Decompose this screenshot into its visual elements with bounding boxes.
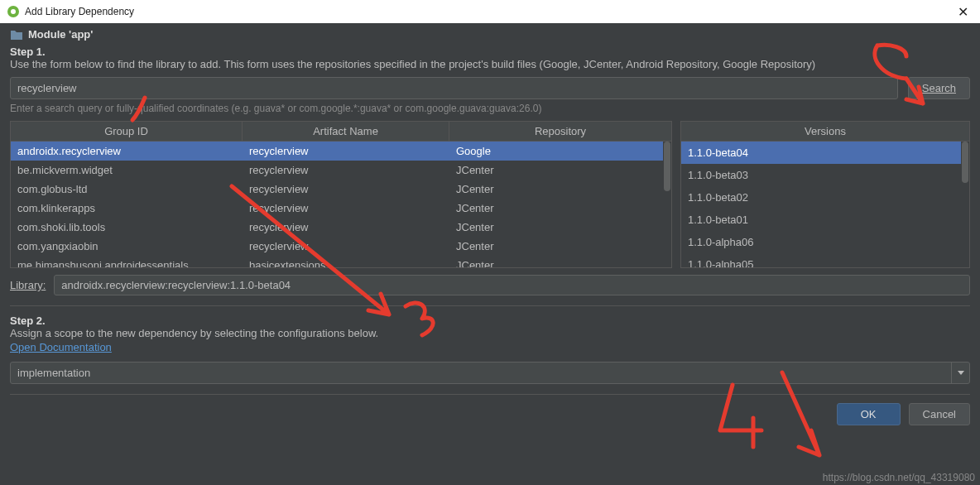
cell-group: be.mickverm.widget <box>11 162 243 178</box>
cell-version: 1.1.0-beta03 <box>681 167 969 183</box>
cell-version: 1.1.0-alpha06 <box>681 234 969 250</box>
search-button[interactable]: Search <box>908 77 970 99</box>
search-input[interactable] <box>10 77 898 99</box>
versions-table: Versions 1.1.0-beta041.1.0-beta031.1.0-b… <box>680 121 970 268</box>
cell-artifact: recyclerview <box>243 181 449 197</box>
library-input[interactable] <box>54 275 970 295</box>
cell-group: me.himanshusoni.androidessentials <box>11 257 243 267</box>
step2-label: Step 2. <box>10 315 970 327</box>
cell-version: 1.1.0-beta01 <box>681 212 969 228</box>
cell-repo: Google <box>449 143 671 159</box>
table-row[interactable]: com.klinkerappsrecyclerviewJCenter <box>11 199 671 218</box>
cell-artifact: basicextensions <box>243 257 449 267</box>
table-row[interactable]: be.mickverm.widgetrecyclerviewJCenter <box>11 161 671 180</box>
cancel-button[interactable]: Cancel <box>909 403 970 425</box>
cell-version: 1.1.0-alpha05 <box>681 257 969 267</box>
step1-label: Step 1. <box>10 46 970 58</box>
results-scrollbar[interactable] <box>663 142 671 267</box>
scope-select[interactable]: implementation <box>10 362 970 384</box>
results-body: androidx.recyclerviewrecyclerviewGoogleb… <box>11 142 671 267</box>
table-row[interactable]: com.globus-ltdrecyclerviewJCenter <box>11 180 671 199</box>
library-label: Library: <box>10 279 46 291</box>
open-documentation-link[interactable]: Open Documentation <box>10 341 112 353</box>
versions-scrollbar[interactable] <box>961 142 969 267</box>
cell-repo: JCenter <box>449 200 671 216</box>
svg-point-1 <box>11 9 16 14</box>
col-repository[interactable]: Repository <box>449 122 671 141</box>
module-label: Module 'app' <box>28 28 93 41</box>
version-row[interactable]: 1.1.0-beta01 <box>681 209 969 231</box>
cell-artifact: recyclerview <box>243 200 449 216</box>
app-icon <box>7 5 20 18</box>
version-row[interactable]: 1.1.0-alpha05 <box>681 253 969 267</box>
cell-group: com.yangxiaobin <box>11 238 243 254</box>
cell-group: androidx.recyclerview <box>11 143 243 159</box>
col-versions[interactable]: Versions <box>681 122 969 141</box>
search-hint: Enter a search query or fully-qualified … <box>10 103 970 114</box>
cell-group: com.globus-ltd <box>11 181 243 197</box>
scope-value: implementation <box>17 367 90 379</box>
version-row[interactable]: 1.1.0-alpha06 <box>681 231 969 253</box>
ok-button[interactable]: OK <box>837 403 901 425</box>
cell-artifact: recyclerview <box>243 219 449 235</box>
chevron-down-icon <box>951 363 969 383</box>
cell-repo: JCenter <box>449 238 671 254</box>
cell-artifact: recyclerview <box>243 162 449 178</box>
cell-repo: JCenter <box>449 257 671 267</box>
cell-artifact: recyclerview <box>243 143 449 159</box>
step1-desc: Use the form below to find the library t… <box>10 58 970 70</box>
version-row[interactable]: 1.1.0-beta03 <box>681 164 969 186</box>
table-row[interactable]: com.shoki.lib.toolsrecyclerviewJCenter <box>11 218 671 237</box>
module-header: Module 'app' <box>10 28 970 41</box>
cell-repo: JCenter <box>449 162 671 178</box>
cell-version: 1.1.0-beta02 <box>681 190 969 205</box>
close-icon[interactable]: ✕ <box>953 4 973 20</box>
window-titlebar: Add Library Dependency ✕ <box>0 0 980 23</box>
results-table: Group ID Artifact Name Repository androi… <box>10 121 672 268</box>
cell-repo: JCenter <box>449 181 671 197</box>
step2-desc: Assign a scope to the new dependency by … <box>10 327 970 339</box>
folder-icon <box>10 29 23 41</box>
version-row[interactable]: 1.1.0-beta04 <box>681 142 969 164</box>
cell-version: 1.1.0-beta04 <box>681 145 969 161</box>
table-row[interactable]: androidx.recyclerviewrecyclerviewGoogle <box>11 142 671 161</box>
table-row[interactable]: me.himanshusoni.androidessentialsbasicex… <box>11 256 671 267</box>
watermark: https://blog.csdn.net/qq_43319080 <box>823 472 975 483</box>
table-row[interactable]: com.yangxiaobinrecyclerviewJCenter <box>11 237 671 256</box>
version-row[interactable]: 1.1.0-beta02 <box>681 186 969 209</box>
col-group-id[interactable]: Group ID <box>11 122 243 141</box>
cell-group: com.shoki.lib.tools <box>11 219 243 235</box>
cell-artifact: recyclerview <box>243 238 449 254</box>
cell-group: com.klinkerapps <box>11 200 243 216</box>
col-artifact-name[interactable]: Artifact Name <box>243 122 449 141</box>
window-title: Add Library Dependency <box>25 6 953 17</box>
versions-body: 1.1.0-beta041.1.0-beta031.1.0-beta021.1.… <box>681 142 969 267</box>
cell-repo: JCenter <box>449 219 671 235</box>
